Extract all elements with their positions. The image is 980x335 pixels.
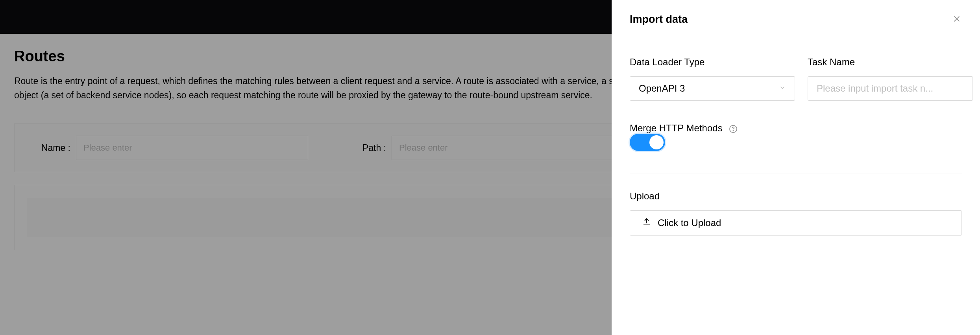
task-name-field: Task Name <box>808 57 973 101</box>
data-loader-field: Data Loader Type OpenAPI 3 <box>630 57 795 101</box>
close-icon <box>952 15 961 25</box>
drawer-header: Import data <box>612 0 980 39</box>
merge-methods-label: Merge HTTP Methods <box>630 123 738 133</box>
upload-field: Upload Click to Upload <box>630 191 962 236</box>
help-icon[interactable] <box>729 125 738 133</box>
upload-button[interactable]: Click to Upload <box>630 210 962 236</box>
data-loader-value: OpenAPI 3 <box>639 83 685 94</box>
upload-button-label: Click to Upload <box>658 217 721 228</box>
drawer-title: Import data <box>630 13 688 26</box>
form-row-top: Data Loader Type OpenAPI 3 Task Name <box>630 57 962 101</box>
task-name-input[interactable] <box>808 76 973 101</box>
data-loader-label: Data Loader Type <box>630 57 795 68</box>
merge-methods-toggle[interactable] <box>630 134 665 151</box>
data-loader-select[interactable]: OpenAPI 3 <box>630 76 795 101</box>
drawer-body: Data Loader Type OpenAPI 3 Task Name Mer… <box>612 39 980 253</box>
merge-methods-field: Merge HTTP Methods <box>630 123 962 151</box>
import-data-drawer: Import data Data Loader Type OpenAPI 3 <box>612 0 980 335</box>
close-button[interactable] <box>952 15 962 25</box>
task-name-label: Task Name <box>808 57 973 68</box>
divider <box>630 173 962 173</box>
modal-overlay[interactable] <box>0 0 612 335</box>
upload-label: Upload <box>630 191 962 202</box>
upload-icon <box>642 217 651 229</box>
merge-methods-label-text: Merge HTTP Methods <box>630 123 723 133</box>
chevron-down-icon <box>779 84 786 93</box>
svg-point-3 <box>733 131 734 131</box>
